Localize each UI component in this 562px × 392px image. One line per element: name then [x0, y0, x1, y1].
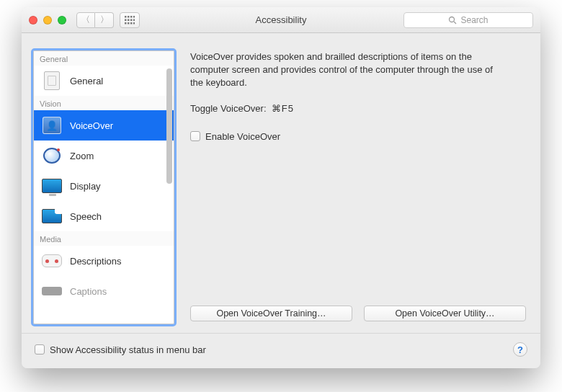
minimize-button[interactable] [43, 16, 52, 24]
svg-rect-11 [133, 22, 135, 24]
display-icon [41, 176, 63, 196]
speech-icon [41, 206, 63, 226]
svg-rect-1 [128, 16, 130, 18]
search-icon [448, 16, 457, 24]
sidebar-item-general[interactable]: General [34, 66, 174, 96]
svg-line-13 [454, 22, 456, 24]
open-utility-button[interactable]: Open VoiceOver Utility… [364, 306, 526, 321]
enable-voiceover-checkbox[interactable] [190, 131, 200, 141]
sidebar-section-vision: Vision [34, 96, 174, 110]
maximize-button[interactable] [58, 16, 66, 24]
help-icon: ? [517, 344, 523, 355]
sidebar-item-label: VoiceOver [70, 120, 113, 131]
sidebar-item-speech[interactable]: Speech [34, 201, 174, 231]
footer: Show Accessibility status in menu bar ? [22, 333, 540, 368]
search-input[interactable]: Search [403, 12, 533, 28]
zoom-icon [41, 146, 63, 166]
show-status-checkbox[interactable] [35, 344, 45, 355]
nav-buttons: 〈 〉 [76, 12, 114, 28]
open-training-button[interactable]: Open VoiceOver Training… [190, 306, 352, 321]
descriptions-icon [41, 251, 63, 271]
sidebar-item-zoom[interactable]: Zoom [34, 141, 174, 171]
sidebar-item-label: Speech [70, 211, 102, 222]
back-button[interactable]: 〈 [76, 12, 95, 28]
content-area: General General Vision 👤 VoiceOver Zoom … [22, 33, 540, 333]
titlebar: 〈 〉 Accessibility Search [22, 7, 540, 33]
detail-pane: VoiceOver provides spoken and brailled d… [187, 50, 529, 324]
sidebar-section-media: Media [34, 231, 174, 246]
sidebar-item-label: General [70, 76, 103, 86]
sidebar-item-label: Display [70, 181, 101, 192]
captions-icon [41, 281, 63, 301]
sidebar-item-captions[interactable]: Captions [34, 276, 174, 306]
sidebar-section-general: General [34, 51, 174, 66]
svg-rect-2 [130, 16, 133, 18]
enable-voiceover-row[interactable]: Enable VoiceOver [190, 131, 526, 142]
chevron-right-icon: 〉 [100, 14, 109, 26]
svg-rect-5 [128, 19, 130, 21]
window: 〈 〉 Accessibility Search General [22, 7, 540, 368]
svg-rect-8 [125, 22, 127, 24]
svg-rect-9 [128, 22, 130, 24]
sidebar-item-label: Descriptions [70, 256, 122, 267]
svg-rect-3 [133, 16, 135, 18]
help-button[interactable]: ? [513, 342, 527, 357]
sidebar-item-descriptions[interactable]: Descriptions [34, 246, 174, 276]
toggle-shortcut: ⌘F5 [272, 103, 294, 114]
enable-voiceover-label: Enable VoiceOver [205, 131, 280, 142]
svg-rect-7 [133, 19, 135, 21]
general-icon [41, 71, 63, 91]
toggle-label: Toggle VoiceOver: [190, 103, 267, 114]
forward-button[interactable]: 〉 [95, 12, 114, 28]
svg-rect-4 [125, 19, 127, 21]
sidebar-item-voiceover[interactable]: 👤 VoiceOver [34, 110, 174, 141]
show-status-row[interactable]: Show Accessibility status in menu bar [35, 344, 206, 355]
sidebar-item-label: Zoom [70, 151, 94, 161]
svg-rect-0 [125, 16, 127, 18]
grid-icon [125, 16, 135, 24]
sidebar: General General Vision 👤 VoiceOver Zoom … [33, 50, 174, 324]
show-all-button[interactable] [120, 12, 140, 28]
voiceover-icon: 👤 [41, 115, 63, 135]
svg-rect-10 [130, 22, 133, 24]
search-placeholder: Search [460, 15, 488, 25]
sidebar-item-display[interactable]: Display [34, 171, 174, 201]
toggle-shortcut-line: Toggle VoiceOver: ⌘F5 [190, 103, 526, 114]
svg-rect-6 [130, 19, 133, 21]
traffic-lights [29, 16, 66, 24]
svg-point-12 [450, 17, 455, 22]
show-status-label: Show Accessibility status in menu bar [50, 344, 206, 355]
voiceover-description: VoiceOver provides spoken and brailled d… [190, 50, 493, 90]
chevron-left-icon: 〈 [81, 14, 90, 26]
sidebar-scrollbar[interactable] [166, 68, 172, 184]
sidebar-item-label: Captions [70, 286, 107, 297]
close-button[interactable] [29, 16, 37, 24]
